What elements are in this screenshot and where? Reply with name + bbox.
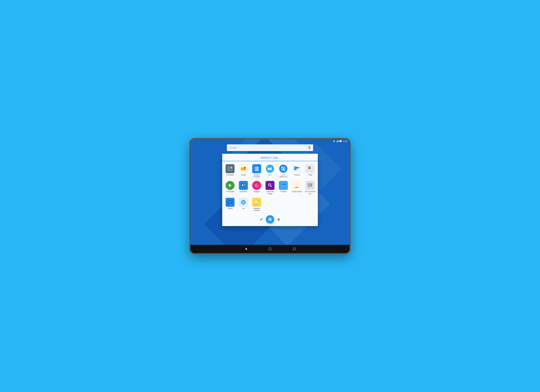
app-icon-via: [239, 198, 248, 207]
app-item-shuttleplus[interactable]: ♫ *Shuttle+: [277, 180, 290, 196]
home-button[interactable]: [267, 246, 273, 252]
svg-marker-76: [228, 203, 230, 204]
status-icons: 1:13: [333, 140, 347, 142]
app-icon-plaid: [305, 164, 315, 173]
svg-point-55: [255, 184, 257, 186]
svg-text:2333: 2333: [309, 183, 312, 185]
app-icon-smshelper: 2333: [305, 181, 315, 190]
app-item-keyline[interactable]: *Keyline Pushing: [250, 163, 263, 179]
search-bar[interactable]: Google: [227, 144, 313, 151]
app-item-mpp[interactable]: *M++: [264, 163, 276, 179]
svg-rect-46: [296, 167, 299, 168]
svg-rect-16: [229, 169, 230, 169]
svg-point-84: [257, 200, 259, 202]
wifi-icon: [333, 140, 335, 142]
app-label-via: *Via: [242, 208, 245, 210]
drawer-tab-label: DEFAULT TAB: [261, 157, 278, 159]
app-item-email[interactable]: *Email: [237, 163, 250, 179]
mic-icon[interactable]: [308, 146, 311, 150]
svg-rect-12: [228, 166, 230, 167]
app-item-plaid[interactable]: *Plaid: [304, 163, 316, 179]
app-icon-searchbyimage: [265, 181, 275, 190]
svg-rect-15: [228, 170, 229, 171]
app-item-outlook[interactable]: O *Outlook: [290, 163, 303, 179]
app-icon-mpp: [265, 164, 275, 173]
svg-rect-33: [257, 166, 258, 171]
app-label-mpp: *M++: [268, 174, 272, 176]
app-label-textra: *Textra: [227, 208, 233, 210]
app-item-quickpic[interactable]: *QuickPic: [237, 180, 250, 196]
app-icon-shuttleplus: ♫: [279, 181, 288, 190]
svg-marker-99: [245, 248, 247, 250]
edit-button[interactable]: [258, 216, 264, 222]
app-icon-calculator: [225, 164, 235, 173]
svg-rect-8: [339, 141, 341, 142]
svg-text:♫: ♫: [283, 184, 284, 186]
app-label-weathertimeline: *Weather Timeline: [251, 208, 262, 212]
svg-point-59: [269, 184, 270, 185]
svg-point-92: [272, 219, 272, 220]
svg-rect-72: [308, 186, 311, 186]
svg-rect-101: [293, 248, 295, 250]
recents-button[interactable]: [292, 246, 297, 252]
svg-point-93: [268, 218, 269, 218]
svg-rect-13: [228, 168, 230, 168]
app-item-pushbullet[interactable]: *Pushbullet: [224, 180, 236, 196]
app-item-calculator[interactable]: *Calculator: [224, 163, 236, 179]
drawer-tab-arrow: ▾: [278, 157, 279, 159]
svg-rect-65: [295, 184, 298, 185]
app-item-nowakelock[interactable]: *No WakeLock: [277, 163, 290, 179]
app-label-nowakelock: *No WakeLock: [278, 174, 289, 178]
app-label-smshelper: *SmsCodeHelper: [305, 191, 315, 195]
snowflake-button[interactable]: [266, 215, 274, 223]
svg-marker-1: [334, 141, 335, 142]
svg-rect-35: [268, 168, 269, 169]
svg-rect-64: [295, 184, 298, 184]
svg-rect-9: [309, 146, 310, 148]
svg-rect-7: [342, 141, 342, 142]
svg-rect-20: [232, 169, 232, 169]
app-item-smshelper[interactable]: 2333 *SmsCodeHelper: [304, 180, 316, 196]
app-item-via[interactable]: *Via: [237, 197, 250, 213]
drawer-tab[interactable]: DEFAULT TAB▾: [222, 154, 318, 161]
svg-point-89: [270, 217, 270, 218]
settings-button[interactable]: [276, 216, 282, 222]
app-label-pushbullet: *Pushbullet: [226, 191, 234, 193]
app-label-keyline: *Keyline Pushing: [251, 174, 262, 178]
svg-point-94: [271, 221, 272, 221]
app-item-simplypaper[interactable]: *Simply Paper: [290, 180, 303, 196]
app-label-simplypaper: *Simply Paper: [291, 191, 302, 193]
back-button[interactable]: [243, 246, 248, 252]
app-icon-pushbullet: [225, 181, 235, 190]
svg-point-61: [284, 185, 285, 187]
time-display: 1:13: [343, 140, 347, 142]
app-icon-rippple: [252, 181, 261, 190]
svg-rect-74: [228, 200, 232, 203]
drawer-bottom-bar: [222, 214, 318, 225]
signal-icon: [336, 140, 338, 142]
app-icon-quickpic: [239, 181, 248, 190]
svg-point-49: [309, 167, 310, 168]
svg-rect-17: [229, 170, 230, 171]
svg-marker-50: [229, 184, 232, 187]
app-label-plaid: *Plaid: [308, 174, 312, 176]
svg-rect-38: [271, 167, 272, 170]
svg-rect-14: [228, 169, 229, 169]
tablet-inner: 1:13 Google DEFAULT TAB▾: [190, 139, 350, 253]
app-icon-nowakelock: [279, 164, 288, 173]
svg-rect-4: [337, 141, 338, 142]
app-item-rippple[interactable]: *Rippple: [250, 180, 263, 196]
svg-marker-73: [308, 187, 310, 188]
svg-rect-2: [336, 142, 337, 142]
app-item-searchbyimage[interactable]: *Search By Image: [264, 180, 276, 196]
app-item-textra[interactable]: *Textra: [224, 197, 236, 213]
svg-rect-21: [230, 170, 231, 171]
app-label-email: *Email: [241, 174, 246, 176]
app-icon-simplypaper: [292, 181, 301, 190]
svg-point-91: [268, 219, 269, 220]
app-item-weathertimeline[interactable]: *Weather Timeline: [250, 197, 263, 213]
svg-point-98: [278, 219, 279, 220]
app-icon-textra: [225, 198, 235, 207]
svg-point-96: [268, 221, 269, 221]
svg-rect-56: [268, 183, 272, 187]
